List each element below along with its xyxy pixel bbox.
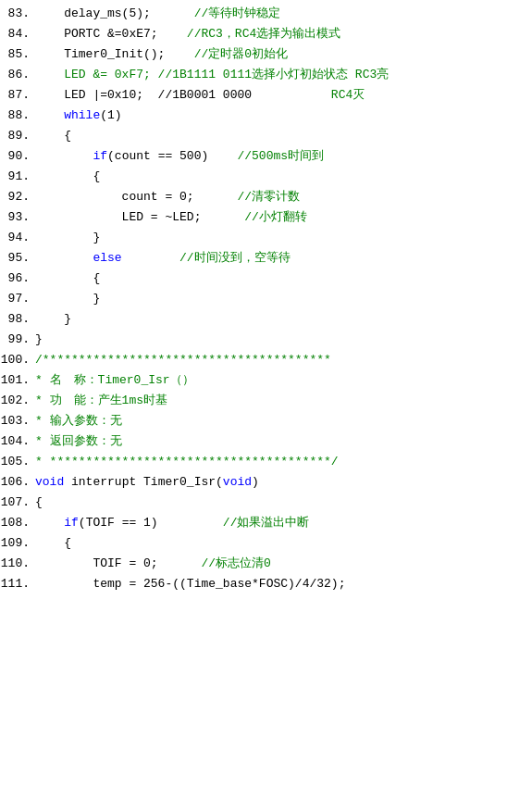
comment-green-text: //等待时钟稳定 xyxy=(151,6,280,20)
code-line: 92. count = 0; //清零计数 xyxy=(0,187,507,207)
line-content: else //时间没到，空等待 xyxy=(35,249,507,268)
line-number: 99. xyxy=(0,331,35,349)
code-line: 110. TOIF = 0; //标志位清0 xyxy=(0,554,507,574)
code-line: 95. else //时间没到，空等待 xyxy=(0,248,507,269)
line-content: Timer0_Init(); //定时器0初始化 xyxy=(35,45,507,64)
line-content: while(1) xyxy=(35,106,507,125)
kw-blue-text: while xyxy=(64,108,100,122)
line-number: 90. xyxy=(0,147,35,166)
code-line: 96. { xyxy=(0,269,507,289)
line-number: 108. xyxy=(0,514,35,532)
line-number: 91. xyxy=(0,168,35,186)
line-content: } xyxy=(35,290,507,308)
code-line: 107.{ xyxy=(0,493,507,513)
line-number: 105. xyxy=(0,453,35,471)
line-content: delay_ms(5); //等待时钟稳定 xyxy=(35,5,507,23)
line-number: 100. xyxy=(0,351,35,369)
line-content: LED |=0x10; //1B0001 0000 RC4灭 xyxy=(35,86,507,105)
line-number: 93. xyxy=(0,208,35,227)
code-viewer: 83. delay_ms(5); //等待时钟稳定84. PORTC &=0xE… xyxy=(0,0,507,598)
code-line: 88. while(1) xyxy=(0,106,507,126)
line-content: * 返回参数：无 xyxy=(35,432,507,451)
comment-green-text: /***************************************… xyxy=(35,353,331,367)
line-number: 96. xyxy=(0,269,35,288)
code-line: 86. LED &= 0xF7; //1B1111 0111选择小灯初始状态 R… xyxy=(0,65,507,85)
line-number: 107. xyxy=(0,493,35,512)
line-number: 87. xyxy=(0,86,35,105)
line-number: 85. xyxy=(0,45,35,64)
line-content: { xyxy=(35,534,507,553)
line-number: 102. xyxy=(0,392,35,410)
code-line: 94. } xyxy=(0,228,507,248)
comment-green-text: //500ms时间到 xyxy=(208,149,324,163)
line-number: 86. xyxy=(0,66,35,84)
line-content: temp = 256-((Time_base*FOSC)/4/32); xyxy=(35,575,507,593)
comment-green-text: * 返回参数：无 xyxy=(35,434,122,448)
line-content: if(count == 500) //500ms时间到 xyxy=(35,147,507,166)
line-content: void interrupt Timer0_Isr(void) xyxy=(35,473,507,492)
line-content: LED &= 0xF7; //1B1111 0111选择小灯初始状态 RC3亮 xyxy=(35,66,507,84)
code-line: 87. LED |=0x10; //1B0001 0000 RC4灭 xyxy=(0,85,507,106)
comment-green-text: //小灯翻转 xyxy=(201,210,306,224)
line-content: { xyxy=(35,127,507,145)
line-content: } xyxy=(35,310,507,329)
line-content: PORTC &=0xE7; //RC3，RC4选择为输出模式 xyxy=(35,25,507,44)
code-line: 106.void interrupt Timer0_Isr(void) xyxy=(0,472,507,493)
code-line: 108. if(TOIF == 1) //如果溢出中断 xyxy=(0,513,507,533)
line-number: 111. xyxy=(0,575,35,593)
line-content: * 功 能：产生1ms时基 xyxy=(35,392,507,410)
line-number: 84. xyxy=(0,25,35,44)
comment-green-text: * **************************************… xyxy=(35,455,339,468)
code-line: 89. { xyxy=(0,126,507,146)
line-content: if(TOIF == 1) //如果溢出中断 xyxy=(35,514,507,532)
code-line: 83. delay_ms(5); //等待时钟稳定 xyxy=(0,4,507,24)
line-number: 98. xyxy=(0,310,35,329)
line-content: /***************************************… xyxy=(35,351,507,369)
code-line: 102.* 功 能：产生1ms时基 xyxy=(0,391,507,411)
line-number: 110. xyxy=(0,555,35,573)
code-line: 111. temp = 256-((Time_base*FOSC)/4/32); xyxy=(0,574,507,594)
code-line: 84. PORTC &=0xE7; //RC3，RC4选择为输出模式 xyxy=(0,24,507,44)
comment-green-text: LED &= 0xF7; //1B1111 0111选择小灯初始状态 RC3亮 xyxy=(35,68,389,81)
code-line: 100./***********************************… xyxy=(0,350,507,370)
line-number: 103. xyxy=(0,412,35,431)
comment-green-text: //标志位清0 xyxy=(158,556,271,570)
line-content: LED = ~LED; //小灯翻转 xyxy=(35,208,507,227)
line-number: 92. xyxy=(0,188,35,206)
kw-blue-text: if xyxy=(64,516,79,530)
line-number: 97. xyxy=(0,290,35,308)
line-content: { xyxy=(35,269,507,288)
code-line: 93. LED = ~LED; //小灯翻转 xyxy=(0,207,507,228)
code-line: 101.* 名 称：Timer0_Isr（） xyxy=(0,370,507,391)
line-number: 104. xyxy=(0,432,35,451)
code-line: 98. } xyxy=(0,309,507,330)
code-line: 85. Timer0_Init(); //定时器0初始化 xyxy=(0,44,507,65)
code-line: 91. { xyxy=(0,167,507,187)
comment-green-text: //清零计数 xyxy=(194,190,300,204)
code-line: 99.} xyxy=(0,330,507,350)
code-line: 97. } xyxy=(0,289,507,309)
line-number: 95. xyxy=(0,249,35,268)
line-content: { xyxy=(35,168,507,186)
line-number: 106. xyxy=(0,473,35,492)
line-content: } xyxy=(35,229,507,247)
code-line: 105.* **********************************… xyxy=(0,452,507,472)
line-number: 88. xyxy=(0,106,35,125)
comment-green-text: * 输入参数：无 xyxy=(35,414,122,428)
comment-green-text: * 名 称：Timer0_Isr（） xyxy=(35,373,194,387)
line-content: count = 0; //清零计数 xyxy=(35,188,507,206)
comment-green-text: //如果溢出中断 xyxy=(158,516,310,530)
line-number: 83. xyxy=(0,5,35,23)
comment-green-text: //定时器0初始化 xyxy=(165,47,288,61)
line-number: 94. xyxy=(0,229,35,247)
line-content: TOIF = 0; //标志位清0 xyxy=(35,555,507,573)
code-line: 90. if(count == 500) //500ms时间到 xyxy=(0,146,507,167)
line-content: { xyxy=(35,493,507,512)
line-content: * 输入参数：无 xyxy=(35,412,507,431)
line-number: 101. xyxy=(0,371,35,390)
line-number: 89. xyxy=(0,127,35,145)
comment-green-text: //RC3，RC4选择为输出模式 xyxy=(158,27,341,41)
line-content: * **************************************… xyxy=(35,453,507,471)
comment-green-text: * 功 能：产生1ms时基 xyxy=(35,394,167,407)
line-content: } xyxy=(35,331,507,349)
